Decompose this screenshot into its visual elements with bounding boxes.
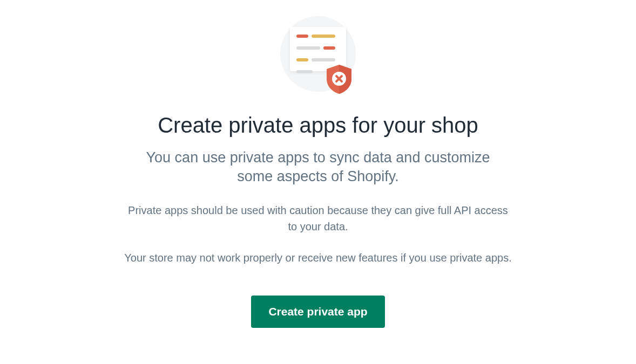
- create-private-app-button[interactable]: Create private app: [251, 296, 384, 328]
- private-apps-illustration: [275, 11, 361, 97]
- page-heading: Create private apps for your shop: [158, 113, 478, 138]
- warning-text: Your store may not work properly or rece…: [124, 250, 511, 266]
- shield-x-icon: [324, 64, 354, 95]
- caution-text: Private apps should be used with caution…: [124, 202, 512, 235]
- page-subheading: You can use private apps to sync data an…: [129, 148, 507, 186]
